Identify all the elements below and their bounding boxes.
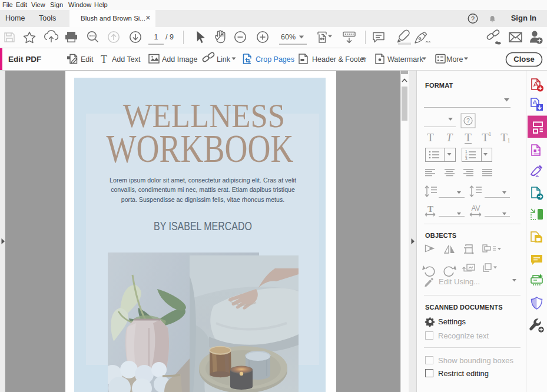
svg-text:Link: Link — [217, 55, 231, 64]
svg-text:T: T — [101, 54, 107, 65]
svg-text:1: 1 — [489, 131, 492, 137]
svg-text:T: T — [482, 131, 489, 144]
svg-text:Add Image: Add Image — [162, 55, 198, 64]
svg-text:Close: Close — [513, 55, 534, 64]
svg-text:T: T — [446, 131, 453, 144]
svg-text:Crop Pages: Crop Pages — [256, 55, 294, 64]
svg-text:1: 1 — [154, 33, 158, 41]
svg-text:Edit: Edit — [81, 55, 94, 64]
svg-text:60%: 60% — [281, 33, 296, 41]
svg-text:More: More — [446, 55, 463, 64]
svg-text:T: T — [500, 131, 508, 144]
svg-text:T: T — [465, 131, 472, 144]
svg-text:Watermark: Watermark — [387, 55, 423, 64]
svg-text:AV: AV — [471, 204, 480, 212]
svg-text:T: T — [427, 131, 434, 144]
svg-text:3: 3 — [465, 157, 468, 161]
svg-text:?: ? — [466, 118, 470, 124]
svg-text:1: 1 — [508, 137, 510, 144]
svg-text:/ 9: / 9 — [165, 33, 174, 41]
svg-text:?: ? — [471, 15, 475, 22]
svg-text:Header & Footer: Header & Footer — [312, 55, 366, 64]
svg-text:T: T — [427, 204, 433, 214]
svg-text:Add Text: Add Text — [112, 55, 141, 64]
